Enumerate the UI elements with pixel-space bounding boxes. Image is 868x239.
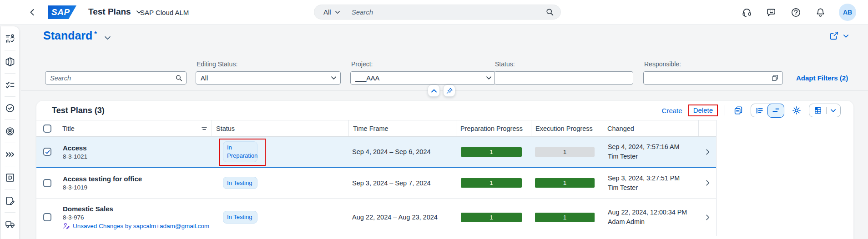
unsaved-changes-link[interactable]: Unsaved Changes by sapcalm+adam@gmail.co… bbox=[63, 222, 209, 229]
column-header-preparation[interactable]: Preparation Progress bbox=[456, 120, 531, 136]
table-row[interactable]: Access 8-3-1021 In Preparation Sep 4, 20… bbox=[36, 137, 716, 168]
back-button[interactable] bbox=[26, 6, 38, 18]
copy-button[interactable] bbox=[732, 104, 745, 117]
letter-d-box-icon bbox=[5, 173, 15, 183]
responsible-field[interactable] bbox=[643, 71, 783, 85]
share-menu-button[interactable] bbox=[829, 31, 849, 41]
collapse-groups-button[interactable] bbox=[767, 104, 784, 118]
app-window: SAP Test Plans SAP Cloud ALM All bbox=[0, 0, 868, 239]
title-cell: Domestic Sales 8-3-976 Unsaved Changes b… bbox=[58, 199, 212, 236]
editing-status-select[interactable]: All bbox=[196, 71, 341, 85]
title-cell: Access 8-3-1021 bbox=[58, 137, 212, 167]
feedback-button[interactable] bbox=[765, 6, 777, 18]
row-checkbox[interactable] bbox=[43, 213, 51, 221]
global-search[interactable]: All bbox=[314, 5, 561, 20]
notifications-button[interactable] bbox=[814, 6, 826, 18]
column-header-title[interactable]: Title bbox=[58, 120, 212, 136]
gear-icon bbox=[792, 105, 802, 115]
table-row[interactable]: Domestic Sales 8-3-976 Unsaved Changes b… bbox=[36, 199, 716, 236]
filter-search-field[interactable] bbox=[45, 71, 187, 85]
app-title-menu[interactable]: Test Plans bbox=[88, 7, 142, 17]
preparation-progress-cell: 1 bbox=[456, 168, 531, 198]
shell-actions: AB bbox=[741, 0, 856, 25]
search-icon[interactable] bbox=[545, 8, 554, 16]
row-navigation[interactable] bbox=[699, 137, 717, 167]
column-header-status[interactable]: Status bbox=[212, 120, 349, 136]
table-title: Test Plans (3) bbox=[52, 106, 105, 115]
row-checkbox-checked[interactable] bbox=[43, 148, 51, 156]
row-checkbox[interactable] bbox=[43, 179, 51, 187]
column-header-execution[interactable]: Execution Progress bbox=[531, 120, 603, 136]
status-cell: In Testing bbox=[212, 168, 349, 198]
changed-by: Tim Tester bbox=[608, 152, 638, 161]
search-icon[interactable] bbox=[175, 74, 182, 82]
test-overview-icon bbox=[5, 34, 15, 44]
test-plans-card: Test Plans (3) Create Delete bbox=[36, 101, 853, 239]
table-row[interactable]: Access testing for office 8-3-1019 In Te… bbox=[36, 168, 716, 199]
search-scope-select[interactable]: All bbox=[323, 8, 340, 16]
export-spreadsheet-icon bbox=[813, 106, 823, 115]
status-select[interactable] bbox=[494, 71, 633, 85]
table-settings-button[interactable] bbox=[790, 104, 803, 117]
create-button[interactable]: Create bbox=[662, 107, 682, 115]
feedback-chat-icon bbox=[766, 7, 777, 18]
row-navigation[interactable] bbox=[699, 168, 717, 198]
support-button[interactable] bbox=[741, 6, 752, 18]
status-badge: In Testing bbox=[223, 211, 257, 224]
time-frame-cell: Aug 22, 2024 – Aug 23, 2024 bbox=[349, 199, 456, 236]
sidebar-item-requirements[interactable] bbox=[1, 120, 19, 143]
sidebar-item-test-preparation[interactable] bbox=[1, 189, 19, 212]
row-navigation[interactable] bbox=[699, 199, 717, 236]
sidebar-item-test-overview[interactable] bbox=[1, 27, 19, 50]
view-variant-selector[interactable]: Standard* bbox=[43, 29, 111, 42]
column-header-time-frame[interactable]: Time Frame bbox=[349, 120, 456, 136]
value-help-icon[interactable] bbox=[771, 74, 779, 82]
preparation-progress-bar: 1 bbox=[461, 178, 522, 188]
execution-progress-cell: 1 bbox=[531, 199, 603, 236]
test-plan-title: Access testing for office bbox=[63, 175, 142, 183]
checklist-icon bbox=[5, 80, 15, 90]
help-icon bbox=[791, 7, 801, 18]
status-cell: In Preparation bbox=[212, 137, 349, 167]
test-plan-id: 8-3-1019 bbox=[63, 184, 87, 191]
delete-button[interactable]: Delete bbox=[693, 106, 713, 114]
adapt-filters-link[interactable]: Adapt Filters (2) bbox=[796, 74, 848, 82]
collapse-groups-icon bbox=[772, 106, 780, 115]
column-header-changed-label: Changed bbox=[607, 125, 634, 132]
sidebar-item-tasks[interactable] bbox=[1, 74, 19, 96]
help-button[interactable] bbox=[790, 6, 802, 18]
chevron-right-icon bbox=[704, 179, 711, 186]
project-select[interactable]: ___AAA bbox=[350, 71, 496, 85]
document-edit-icon bbox=[5, 196, 15, 206]
chevron-right-icon bbox=[704, 214, 711, 221]
export-menu-button[interactable] bbox=[809, 104, 841, 117]
pin-header-button[interactable] bbox=[443, 85, 455, 97]
project-label: Project: bbox=[351, 60, 373, 68]
global-search-input[interactable] bbox=[352, 8, 545, 16]
row-checkbox-cell bbox=[36, 199, 58, 236]
expand-groups-button[interactable] bbox=[751, 104, 768, 117]
changed-timestamp: Sep 4, 2024, 7:57:16 AM bbox=[608, 143, 679, 151]
filter-search-input[interactable] bbox=[50, 75, 175, 82]
sap-logo: SAP bbox=[48, 5, 76, 19]
share-icon bbox=[829, 31, 839, 41]
column-sort-icon bbox=[201, 125, 207, 132]
column-header-changed[interactable]: Changed bbox=[603, 120, 699, 136]
product-name: SAP Cloud ALM bbox=[140, 9, 189, 16]
navigation-sidebar bbox=[1, 26, 19, 239]
execution-progress-cell: 1 bbox=[531, 137, 603, 167]
sidebar-item-processes[interactable] bbox=[1, 50, 19, 73]
quality-seal-icon bbox=[5, 103, 15, 113]
select-all-checkbox[interactable] bbox=[43, 124, 51, 133]
sidebar-item-deployment[interactable] bbox=[1, 143, 19, 166]
user-avatar[interactable]: AB bbox=[839, 4, 856, 21]
changed-timestamp: Aug 22, 2024, 12:00:34 PM bbox=[608, 208, 687, 217]
chevron-down-icon bbox=[335, 10, 340, 15]
sidebar-item-defects[interactable] bbox=[1, 166, 19, 189]
sidebar-item-quality[interactable] bbox=[1, 97, 19, 120]
collapse-header-button[interactable] bbox=[428, 85, 440, 97]
triple-chevron-icon bbox=[5, 149, 15, 159]
chevron-down-icon bbox=[331, 75, 337, 81]
table-toolbar: Test Plans (3) Create Delete bbox=[36, 101, 853, 120]
sidebar-item-deliveries[interactable] bbox=[1, 213, 19, 235]
